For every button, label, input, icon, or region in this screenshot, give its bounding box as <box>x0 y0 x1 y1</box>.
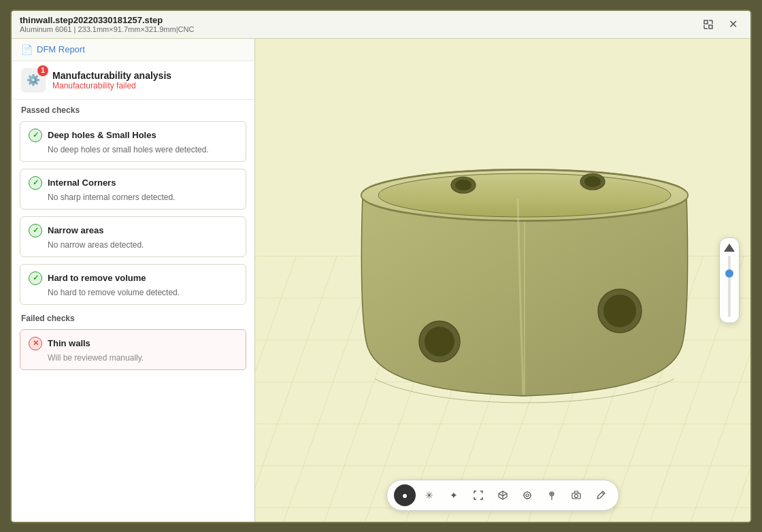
check-header-narrow-areas: ✓ Narrow areas <box>29 224 237 237</box>
analysis-icon-wrap: ⚙️ 1 <box>21 68 46 93</box>
check-card-internal-corners: ✓ Internal Corners No sharp internal cor… <box>20 169 246 210</box>
analysis-title: Manufacturability analysis <box>52 70 171 81</box>
points-btn[interactable]: ✦ <box>443 484 465 506</box>
zoom-triangle-icon <box>724 244 735 252</box>
check-title-thin-walls: Thin walls <box>48 338 90 348</box>
check-card-hard-to-remove: ✓ Hard to remove volume No hard to remov… <box>20 264 246 305</box>
wireframe-btn[interactable]: ✳ <box>418 484 440 506</box>
solid-view-btn[interactable]: ● <box>394 484 416 506</box>
pass-icon-hard-to-remove: ✓ <box>29 271 42 285</box>
zoom-slider-track[interactable] <box>728 256 731 317</box>
check-desc-narrow-areas: No narrow areas detected. <box>48 240 237 250</box>
check-card-deep-holes: ✓ Deep holes & Small Holes No deep holes… <box>20 121 246 162</box>
svg-point-15 <box>455 180 471 190</box>
svg-point-11 <box>425 327 454 356</box>
check-desc-hard-to-remove: No hard to remove volume detected. <box>48 288 237 297</box>
dfm-report-bar[interactable]: 📄 DFM Report <box>12 39 254 61</box>
pin-btn[interactable] <box>541 484 563 506</box>
failed-checks-label: Failed checks <box>12 308 254 326</box>
check-card-thin-walls[interactable]: ✕ Thin walls Will be reviewed manually. <box>20 329 246 370</box>
check-header-deep-holes: ✓ Deep holes & Small Holes <box>29 129 237 142</box>
check-desc-deep-holes: No deep holes or small holes were detect… <box>48 145 237 154</box>
check-card-narrow-areas: ✓ Narrow areas No narrow areas detected. <box>20 216 246 257</box>
check-title-internal-corners: Internal Corners <box>48 178 116 188</box>
pass-icon-deep-holes: ✓ <box>29 129 42 142</box>
svg-point-18 <box>524 492 531 499</box>
analysis-badge: 1 <box>37 65 48 76</box>
main-content: 📄 DFM Report ⚙️ 1 Manufacturability anal… <box>12 39 750 522</box>
svg-rect-1 <box>709 25 712 29</box>
viewport-toolbar: ● ✳ ✦ <box>386 480 619 511</box>
zoom-slider-thumb[interactable] <box>725 269 733 278</box>
title-bar: thinwall.step20220330181257.step Aluminu… <box>12 11 750 39</box>
file-meta: Aluminum 6061 | 233.1mm×91.7mm×321.9mm|C… <box>20 25 194 33</box>
check-title-deep-holes: Deep holes & Small Holes <box>48 130 156 140</box>
viewport[interactable]: ● ✳ ✦ <box>255 39 750 522</box>
check-header-internal-corners: ✓ Internal Corners <box>29 176 237 190</box>
analysis-text: Manufacturability analysis Manufacturabi… <box>52 70 171 90</box>
passed-checks-label: Passed checks <box>12 100 254 118</box>
check-desc-internal-corners: No sharp internal corners detected. <box>48 193 237 202</box>
zoom-panel <box>719 237 740 323</box>
camera-btn[interactable] <box>565 484 587 506</box>
left-panel: 📄 DFM Report ⚙️ 1 Manufacturability anal… <box>12 39 255 522</box>
fail-icon-thin-walls: ✕ <box>29 337 42 350</box>
svg-point-9 <box>378 173 671 217</box>
center-btn[interactable] <box>516 484 538 506</box>
check-title-hard-to-remove: Hard to remove volume <box>48 273 146 283</box>
svg-point-19 <box>526 494 529 497</box>
title-actions: ✕ <box>699 15 742 34</box>
check-desc-thin-walls: Will be reviewed manually. <box>48 353 237 363</box>
analysis-status: Manufacturability failed <box>52 81 171 90</box>
dfm-report-label: DFM Report <box>37 44 85 54</box>
expand-btn[interactable] <box>699 15 718 34</box>
title-info: thinwall.step20220330181257.step Aluminu… <box>20 15 194 33</box>
check-title-narrow-areas: Narrow areas <box>48 225 103 235</box>
svg-point-25 <box>551 493 552 494</box>
3d-model <box>307 131 742 430</box>
pass-icon-internal-corners: ✓ <box>29 176 42 190</box>
analysis-header: ⚙️ 1 Manufacturability analysis Manufact… <box>12 61 254 100</box>
paint-btn[interactable] <box>590 484 612 506</box>
svg-rect-0 <box>704 20 708 24</box>
cube-view-btn[interactable] <box>492 484 514 506</box>
pass-icon-narrow-areas: ✓ <box>29 224 42 237</box>
document-icon: 📄 <box>21 44 33 55</box>
close-btn[interactable]: ✕ <box>723 15 742 34</box>
check-header-thin-walls: ✕ Thin walls <box>29 337 237 350</box>
app-window: thinwall.step20220330181257.step Aluminu… <box>10 10 752 523</box>
filename: thinwall.step20220330181257.step <box>20 15 194 25</box>
svg-point-13 <box>603 295 636 327</box>
svg-point-17 <box>584 176 601 187</box>
analysis-icon: ⚙️ <box>27 73 40 86</box>
fullscreen-btn[interactable] <box>467 484 489 506</box>
check-header-hard-to-remove: ✓ Hard to remove volume <box>29 271 237 285</box>
svg-point-27 <box>575 494 578 497</box>
